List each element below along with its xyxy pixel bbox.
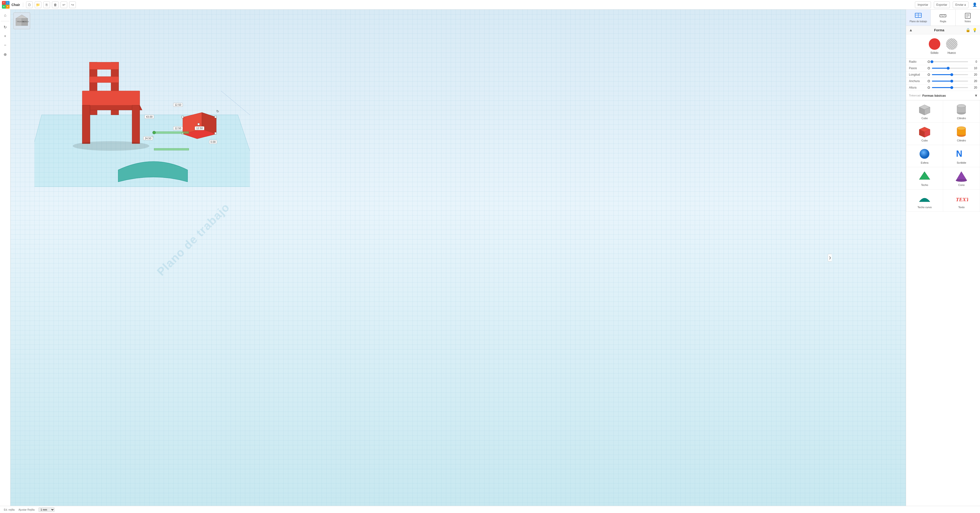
dim-24: 24.50 — [143, 136, 153, 140]
separator — [1, 21, 9, 21]
panel-expand-button[interactable]: ❯ — [828, 254, 832, 261]
viewport[interactable]: FRONTAL DERECH Plano de trabajo — [11, 10, 906, 506]
ed-rejilla-label: Ed. rejilla — [4, 508, 14, 511]
svg-point-30 — [153, 131, 156, 134]
svg-marker-6 — [35, 115, 250, 186]
svg-marker-1 — [16, 15, 28, 18]
shape-cono[interactable]: Cono — [943, 167, 980, 189]
dim-12-mid: 12.50 — [173, 126, 183, 130]
shape-cubo-gray[interactable]: Cubo — [906, 100, 943, 123]
altura-slider[interactable] — [932, 87, 968, 88]
esfera-icon — [918, 148, 932, 160]
altura-dot[interactable] — [928, 86, 930, 89]
notes-label: Notes — [965, 20, 971, 23]
importar-button[interactable]: Importar — [915, 2, 931, 8]
notes-tab[interactable]: Notes — [956, 10, 980, 25]
solido-type[interactable]: Sólido — [929, 38, 940, 54]
home-button[interactable]: ⌂ — [2, 11, 9, 19]
scene-svg: ↻ — [35, 24, 250, 191]
fit-button[interactable]: ⊕ — [2, 51, 9, 58]
pasos-slider[interactable] — [932, 68, 968, 69]
right-panel-toolbar: Plano de trabajo Regla — [906, 10, 980, 26]
enviar-button[interactable]: Enviar a — [953, 2, 969, 8]
scribble-label: Scribble — [957, 161, 966, 164]
lock-icon[interactable]: 🔒 — [966, 28, 970, 32]
logo-t: T — [2, 1, 6, 5]
ruler-label: Regla — [940, 20, 946, 23]
techo-icon — [918, 170, 932, 182]
svg-marker-19 — [183, 113, 202, 134]
shapes-dropdown[interactable]: ▾ — [975, 93, 977, 98]
ruler-tab[interactable]: Regla — [931, 10, 955, 25]
properties-list: Radio 0 Pasos 10 Longitud — [906, 59, 980, 91]
grid-select[interactable]: 0.1 mm 0.5 mm 1 mm 2 mm 5 mm 10 mm — [38, 508, 54, 512]
longitud-dot[interactable] — [928, 73, 930, 76]
user-icon[interactable]: 👤 — [971, 2, 978, 8]
notes-icon — [964, 13, 972, 19]
shape-scribble[interactable]: N Scribble — [943, 145, 980, 167]
redo-button[interactable]: ↪ — [69, 2, 76, 8]
open-button[interactable]: 📁 — [35, 2, 41, 8]
svg-marker-58 — [919, 172, 930, 180]
techo-curvo-label: Techo curvo — [918, 206, 932, 209]
delete-button[interactable]: 🗑 — [52, 2, 59, 8]
copy-button[interactable]: ⎘ — [43, 2, 50, 8]
forma-chevron-up[interactable]: ▲ — [909, 28, 913, 32]
shape-texto[interactable]: TEXT Texto — [943, 190, 980, 212]
zoom-in-button[interactable]: + — [2, 32, 9, 40]
shape-cubo-red[interactable]: Cubo — [906, 123, 943, 145]
hueco-label: Hueco — [947, 51, 956, 54]
svg-text:N: N — [956, 149, 962, 159]
svg-text:↻: ↻ — [216, 109, 219, 113]
shape-cilindro-orange[interactable]: Cilindro — [943, 123, 980, 145]
new-button[interactable]: 🗋 — [26, 2, 33, 8]
shapes-grid: Cubo Cilindro — [906, 100, 980, 212]
undo-button[interactable]: ↩ — [60, 2, 67, 8]
shape-cilindro-gray[interactable]: Cilindro — [943, 100, 980, 123]
longitud-slider[interactable] — [932, 74, 968, 75]
logo-n: N — [2, 5, 6, 9]
viewcube[interactable]: FRONTAL DERECH — [13, 13, 30, 29]
grid-selector: 0.1 mm 0.5 mm 1 mm 2 mm 5 mm 10 mm — [38, 508, 54, 512]
cubo-red-label: Cubo — [921, 139, 928, 142]
svg-rect-15 — [82, 105, 90, 143]
svg-point-60 — [956, 179, 967, 182]
cubo-gray-label: Cubo — [921, 117, 928, 119]
svg-point-55 — [957, 127, 966, 130]
radio-slider[interactable] — [932, 61, 968, 62]
altura-label: Altura — [909, 86, 926, 89]
eye-icon[interactable]: 💡 — [972, 28, 977, 32]
forma-header: ▲ Forma 🔒 💡 — [906, 26, 980, 35]
svg-rect-17 — [82, 105, 90, 143]
dim-12-top: 12.50 — [173, 103, 183, 107]
rotate-button[interactable]: ↻ — [2, 23, 9, 31]
hueco-type[interactable]: Hueco — [946, 38, 958, 54]
logo: T I N K — [2, 1, 10, 9]
cono-label: Cono — [958, 183, 964, 186]
radio-dot[interactable] — [928, 61, 930, 63]
shape-esfera[interactable]: Esfera — [906, 145, 943, 167]
workplane-tab[interactable]: Plano de trabajo — [906, 10, 931, 25]
svg-marker-20 — [202, 113, 216, 134]
pasos-dot[interactable] — [928, 67, 930, 69]
workplane-icon — [915, 13, 922, 19]
cubo-red-icon — [918, 126, 932, 138]
exportar-button[interactable]: Exportar — [934, 2, 950, 8]
svg-marker-13 — [82, 105, 142, 110]
svg-rect-16 — [132, 105, 140, 143]
bottombar: Ed. rejilla Ajustar Rejilla 0.1 mm 0.5 m… — [0, 506, 980, 513]
shape-techo[interactable]: Techo — [906, 167, 943, 189]
svg-point-18 — [73, 141, 149, 151]
anchura-dot[interactable] — [928, 80, 930, 82]
zoom-out-button[interactable]: − — [2, 41, 9, 49]
solido-label: Sólido — [931, 51, 939, 54]
anchura-slider[interactable] — [932, 81, 968, 81]
altura-value: 20 — [970, 86, 977, 89]
techo-curvo-icon — [918, 192, 932, 204]
svg-point-56 — [920, 149, 929, 159]
svg-rect-29 — [154, 148, 189, 150]
svg-rect-23 — [215, 116, 216, 118]
svg-rect-11 — [89, 76, 119, 83]
cilindro-gray-label: Cilindro — [957, 117, 966, 119]
shape-techo-curvo[interactable]: Techo curvo — [906, 190, 943, 212]
